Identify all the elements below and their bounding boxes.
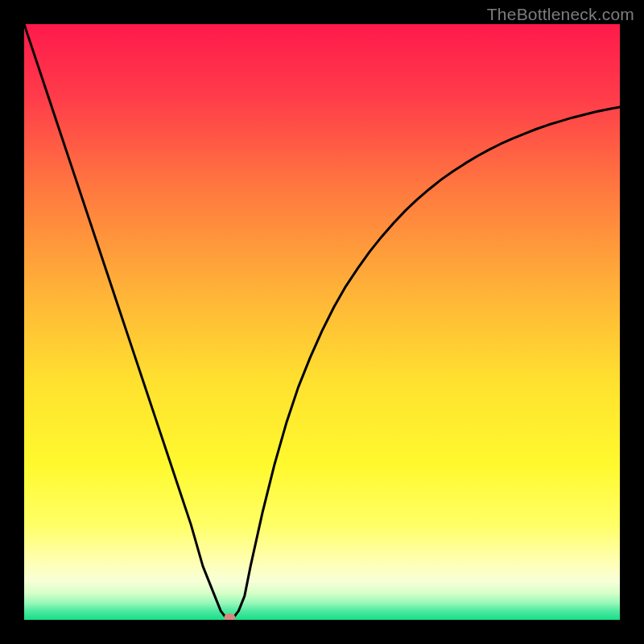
watermark-text: TheBottleneck.com [487,5,634,24]
bottleneck-chart-svg [24,24,620,620]
plot-area [24,24,620,620]
gradient-background [24,24,620,620]
chart-frame: TheBottleneck.com [0,0,644,644]
